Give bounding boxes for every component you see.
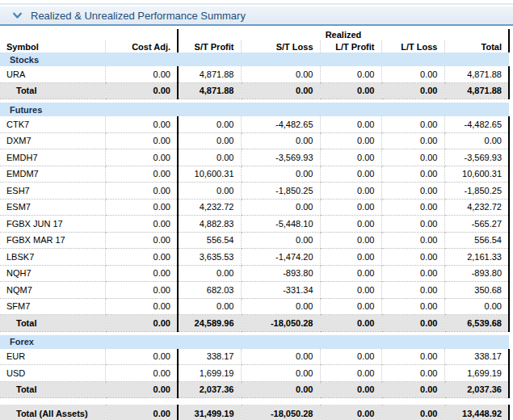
row-value: 0.00 xyxy=(320,216,381,233)
grand-total-value: 31,499.19 xyxy=(178,405,241,420)
table-row: USD0.001,699.190.000.000.001,699.19 xyxy=(0,365,509,382)
row-value: 0.00 xyxy=(320,166,381,183)
group-header-spacer xyxy=(0,29,178,40)
row-value: 0.00 xyxy=(320,183,381,200)
row-value: 0.00 xyxy=(381,216,444,233)
section-total-value: 0.00 xyxy=(241,381,320,398)
performance-summary-table: RealizedSymbolCost Adj.S/T ProfitS/T Los… xyxy=(0,29,510,420)
row-value: 0.00 xyxy=(381,66,444,82)
row-cost-adj: 0.00 xyxy=(105,265,178,282)
table-row: ESH70.000.00-1,850.250.000.00-1,850.25 xyxy=(0,183,509,200)
chevron-down-icon[interactable] xyxy=(11,10,23,22)
row-value: 0.00 xyxy=(320,132,381,149)
row-value: 0.00 xyxy=(241,232,320,249)
section-total-value: 0.00 xyxy=(381,315,444,332)
row-cost-adj: 0.00 xyxy=(105,349,178,365)
row-cost-adj: 0.00 xyxy=(105,183,178,200)
col-header-st-profit: S/T Profit xyxy=(178,40,241,52)
row-value: 0.00 xyxy=(381,132,444,149)
section-header-label: Stocks xyxy=(0,52,509,66)
row-value: -1,850.25 xyxy=(241,183,320,200)
row-value: 0.00 xyxy=(381,199,444,216)
section-total-row: Total0.0024,589.96-18,050.280.000.006,53… xyxy=(0,315,509,332)
row-cost-adj: 0.00 xyxy=(105,66,178,82)
panel-header[interactable]: Realized & Unrealized Performance Summar… xyxy=(0,6,513,26)
row-value: 0.00 xyxy=(444,132,509,149)
table-row: ESM70.004,232.720.000.000.004,232.72 xyxy=(0,199,509,216)
row-value: 0.00 xyxy=(381,149,444,166)
row-value: -3,569.93 xyxy=(241,149,320,166)
section-total-value: 0.00 xyxy=(320,82,381,99)
symbol-cell: SFM7 xyxy=(0,298,105,315)
row-value: 0.00 xyxy=(320,298,381,315)
row-value: 3,635.53 xyxy=(178,249,241,266)
table-row: SFM70.000.000.000.000.000.00 xyxy=(0,298,509,315)
section-total-cost-adj: 0.00 xyxy=(105,381,178,398)
row-value: 0.00 xyxy=(178,116,241,132)
group-header-realized: Realized xyxy=(178,29,509,40)
section-total-value: 0.00 xyxy=(320,381,381,398)
row-value: -3,569.93 xyxy=(444,149,509,166)
row-cost-adj: 0.00 xyxy=(105,216,178,233)
row-value: 0.00 xyxy=(381,116,444,132)
row-value: 10,600.31 xyxy=(178,166,241,183)
row-value: 0.00 xyxy=(320,199,381,216)
row-value: -1,474.20 xyxy=(241,249,320,266)
row-cost-adj: 0.00 xyxy=(105,365,178,382)
row-value: 338.17 xyxy=(444,349,509,365)
report-panel: Realized & Unrealized Performance Summar… xyxy=(0,0,513,420)
section-header-label: Futures xyxy=(0,103,509,116)
row-value: 0.00 xyxy=(381,298,444,315)
row-value: 0.00 xyxy=(320,66,381,82)
row-value: 0.00 xyxy=(381,249,444,266)
symbol-cell: ESH7 xyxy=(0,183,105,200)
row-value: 556.54 xyxy=(444,232,509,249)
panel-title: Realized & Unrealized Performance Summar… xyxy=(31,10,246,22)
table-row: LBSK70.003,635.53-1,474.200.000.002,161.… xyxy=(0,249,509,266)
row-value: 556.54 xyxy=(178,232,241,249)
grand-total-cost-adj: 0.00 xyxy=(105,405,178,420)
table-row: FGBX MAR 170.00556.540.000.000.00556.54 xyxy=(0,232,509,249)
row-value: 2,161.33 xyxy=(444,249,509,266)
row-value: 0.00 xyxy=(381,365,444,382)
grand-total-value: 0.00 xyxy=(381,405,444,420)
row-value: 0.00 xyxy=(381,349,444,365)
row-cost-adj: 0.00 xyxy=(105,249,178,266)
col-header-lt-profit: L/T Profit xyxy=(320,40,381,52)
symbol-cell: ESM7 xyxy=(0,199,105,216)
row-value: 10,600.31 xyxy=(444,166,509,183)
table-row: CTK70.000.00-4,482.650.000.00-4,482.65 xyxy=(0,116,509,132)
row-value: 1,699.19 xyxy=(178,365,241,382)
row-value: 4,871.88 xyxy=(178,66,241,82)
section-total-row: Total0.004,871.880.000.000.004,871.88 xyxy=(0,82,509,99)
symbol-cell: EMDH7 xyxy=(0,149,105,166)
section-total-label: Total xyxy=(0,381,105,398)
section-total-value: 4,871.88 xyxy=(444,82,509,99)
row-value: 0.00 xyxy=(241,199,320,216)
section-total-cost-adj: 0.00 xyxy=(105,315,178,332)
row-value: 0.00 xyxy=(178,132,241,149)
row-value: 0.00 xyxy=(178,183,241,200)
grand-total-label: Total (All Assets) xyxy=(0,405,105,420)
row-value: 1,699.19 xyxy=(444,365,509,382)
row-value: 0.00 xyxy=(320,149,381,166)
grand-total-value: 0.00 xyxy=(320,405,381,420)
symbol-cell: DXM7 xyxy=(0,132,105,149)
table-row: NQH70.000.00-893.800.000.00-893.80 xyxy=(0,265,509,282)
table-row: NQM70.00682.03-331.340.000.00350.68 xyxy=(0,282,509,299)
row-value: 0.00 xyxy=(381,265,444,282)
grand-total-value: -18,050.28 xyxy=(241,405,320,420)
row-cost-adj: 0.00 xyxy=(105,166,178,183)
row-value: 0.00 xyxy=(178,298,241,315)
row-value: 0.00 xyxy=(241,365,320,382)
column-header-row: SymbolCost Adj.S/T ProfitS/T LossL/T Pro… xyxy=(0,40,509,52)
row-value: 0.00 xyxy=(178,149,241,166)
section-total-value: 0.00 xyxy=(241,82,320,99)
section-total-value: 2,037.36 xyxy=(178,381,241,398)
section-total-value: 24,589.96 xyxy=(178,315,241,332)
row-value: -4,482.65 xyxy=(241,116,320,132)
row-cost-adj: 0.00 xyxy=(105,132,178,149)
row-cost-adj: 0.00 xyxy=(105,282,178,299)
section-total-value: 0.00 xyxy=(381,82,444,99)
row-value: 0.00 xyxy=(320,116,381,132)
